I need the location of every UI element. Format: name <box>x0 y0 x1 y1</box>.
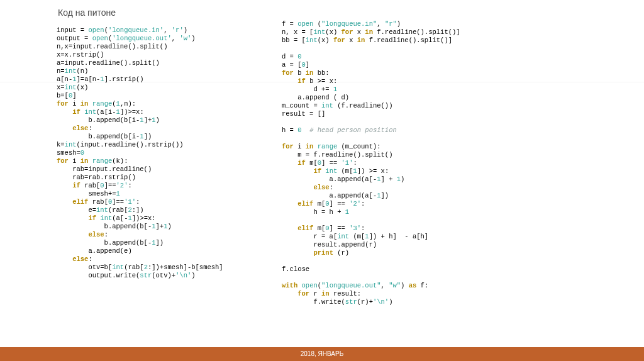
code-block-right: f = open ("longqueue.in", "r") n, x = [i… <box>282 20 460 306</box>
slide: Код на питоне input = open('longqueue.in… <box>0 0 644 361</box>
slide-title: Код на питоне <box>58 8 116 18</box>
footer: 2018, ЯНВАРЬ <box>0 347 644 361</box>
code-block-left: input = open('longqueue.in', 'r') output… <box>57 26 223 280</box>
